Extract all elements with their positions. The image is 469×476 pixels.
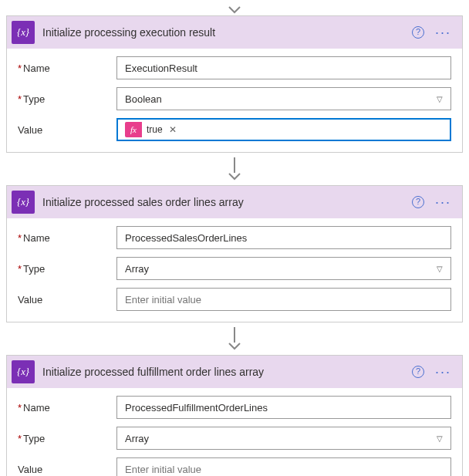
type-select[interactable]: Array ▽ (116, 257, 451, 280)
card-header[interactable]: {x} Initialize processed fulfillment ord… (7, 356, 462, 388)
value-input[interactable]: Enter initial value (116, 288, 451, 311)
connector-top (6, 6, 463, 15)
more-icon[interactable]: ··· (432, 367, 454, 376)
svg-text:{x}: {x} (17, 27, 30, 38)
card-body: Name ProcessedSalesOrderLines Type Array… (7, 218, 462, 322)
action-card-execution-result: {x} Initialize processing execution resu… (6, 15, 463, 153)
name-input[interactable]: ProcessedFulfillmentOrderLines (116, 396, 451, 419)
name-input[interactable]: ProcessedSalesOrderLines (116, 226, 451, 249)
svg-text:{x}: {x} (17, 197, 30, 208)
card-body: Name ProcessedFulfillmentOrderLines Type… (7, 388, 462, 476)
arrow-down-icon (228, 6, 241, 14)
name-value: ExecutionResult (125, 62, 197, 74)
more-icon[interactable]: ··· (432, 28, 454, 37)
action-card-sales-order-lines: {x} Initialize processed sales order lin… (6, 185, 463, 322)
type-value: Boolean (125, 93, 162, 105)
chevron-down-icon: ▽ (437, 434, 443, 443)
remove-token-icon[interactable]: ✕ (167, 124, 181, 135)
type-label: Type (18, 433, 109, 444)
value-input[interactable]: Enter initial value (116, 457, 451, 476)
arrow-down-icon (228, 343, 241, 350)
card-title: Initialize processed sales order lines a… (42, 196, 404, 208)
card-title: Initialize processed fulfillment order l… (42, 366, 404, 378)
chevron-down-icon: ▽ (437, 95, 443, 103)
connector-2 (6, 322, 463, 355)
name-label: Name (18, 232, 109, 244)
token-text: true (142, 124, 167, 135)
arrow-down-icon (228, 173, 241, 181)
connector-1 (6, 153, 463, 185)
variable-icon: {x} (12, 191, 35, 214)
fx-icon: fx (125, 122, 142, 137)
card-body: Name ExecutionResult Type Boolean ▽ Valu… (7, 49, 462, 152)
chevron-down-icon: ▽ (437, 265, 443, 273)
value-label: Value (18, 464, 109, 475)
value-label: Value (18, 294, 109, 306)
variable-icon: {x} (12, 360, 35, 383)
card-title: Initialize processing execution result (42, 26, 404, 39)
action-card-fulfillment-order-lines: {x} Initialize processed fulfillment ord… (6, 355, 463, 476)
card-header[interactable]: {x} Initialize processing execution resu… (7, 16, 462, 49)
type-value: Array (125, 263, 149, 275)
help-icon[interactable]: ? (412, 26, 424, 39)
expression-token[interactable]: fx true ✕ (125, 122, 181, 137)
type-label: Type (18, 263, 109, 275)
help-icon[interactable]: ? (412, 196, 424, 208)
arrow-line (234, 327, 235, 343)
name-value: ProcessedFulfillmentOrderLines (125, 402, 268, 414)
arrow-line (234, 157, 235, 173)
name-value: ProcessedSalesOrderLines (125, 232, 247, 244)
type-select[interactable]: Boolean ▽ (116, 87, 451, 110)
type-select[interactable]: Array ▽ (116, 427, 451, 450)
value-placeholder: Enter initial value (125, 294, 201, 306)
name-label: Name (18, 62, 109, 74)
type-value: Array (125, 433, 149, 444)
card-header[interactable]: {x} Initialize processed sales order lin… (7, 186, 462, 218)
more-icon[interactable]: ··· (432, 197, 454, 207)
svg-text:{x}: {x} (17, 366, 30, 377)
type-label: Type (18, 93, 109, 105)
value-label: Value (18, 124, 109, 136)
name-label: Name (18, 402, 109, 414)
name-input[interactable]: ExecutionResult (116, 56, 451, 79)
value-input[interactable]: fx true ✕ (116, 118, 451, 141)
variable-icon: {x} (12, 21, 35, 44)
help-icon[interactable]: ? (412, 366, 424, 378)
value-placeholder: Enter initial value (125, 464, 201, 475)
